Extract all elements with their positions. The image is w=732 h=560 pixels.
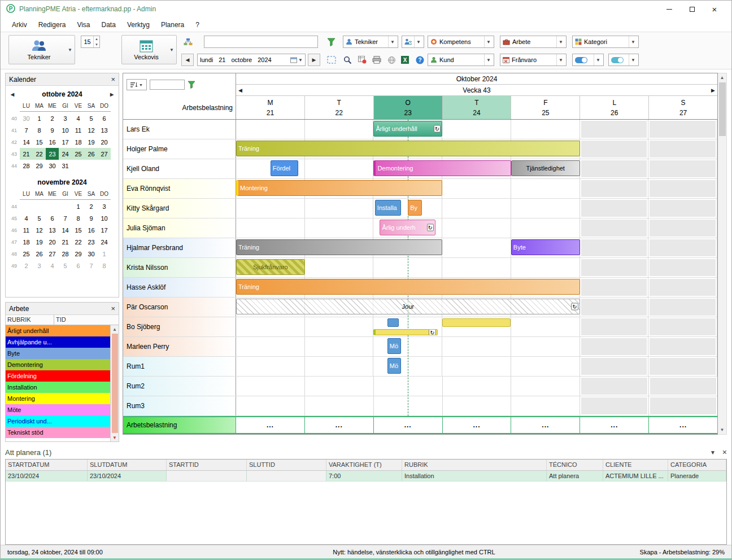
- day-cell[interactable]: [511, 317, 580, 336]
- arbete-item[interactable]: Avhjälpande u...: [6, 336, 110, 348]
- resource-name[interactable]: Holger Palme: [123, 139, 236, 159]
- day-cell[interactable]: [305, 159, 374, 178]
- calendar-day[interactable]: 30: [85, 248, 98, 260]
- day-header[interactable]: S27: [649, 96, 717, 119]
- calendar-day[interactable]: 26: [85, 148, 98, 160]
- next-month-arrow[interactable]: ▶: [108, 92, 116, 97]
- close-button[interactable]: ×: [703, 2, 726, 16]
- day-cell[interactable]: [648, 357, 717, 376]
- calendar-day[interactable]: 6: [72, 260, 85, 272]
- resource-name[interactable]: Hasse Asklöf: [123, 278, 236, 297]
- calendar-day[interactable]: 11: [20, 224, 33, 236]
- calendar-day[interactable]: 19: [33, 236, 46, 248]
- day-cell[interactable]: [511, 179, 580, 198]
- day-header[interactable]: T22: [305, 96, 374, 119]
- resource-name[interactable]: Kitty Skårgard: [123, 199, 236, 218]
- day-cell[interactable]: [236, 377, 305, 396]
- day-cell[interactable]: [442, 337, 511, 356]
- calendar-day[interactable]: 10: [59, 124, 72, 136]
- task-bar[interactable]: Träning: [236, 239, 442, 255]
- day-cell[interactable]: [648, 238, 717, 257]
- day-cell[interactable]: [580, 139, 649, 159]
- workload-cell[interactable]: ...: [236, 417, 305, 433]
- resource-name[interactable]: Marleen Perry: [123, 337, 236, 356]
- calendar-day[interactable]: 25: [20, 248, 33, 260]
- day-cell[interactable]: [580, 120, 649, 139]
- column-header[interactable]: RUBRIK: [402, 460, 547, 470]
- prev-week-arrow[interactable]: ◀: [238, 88, 242, 93]
- arbete-item[interactable]: Möte: [6, 404, 110, 415]
- resource-name[interactable]: Rum3: [123, 396, 236, 415]
- day-cell[interactable]: [305, 357, 374, 376]
- day-cell[interactable]: [511, 218, 580, 238]
- kompetens-dropdown[interactable]: Kompetens ▼: [428, 36, 494, 48]
- calendar-day[interactable]: 21: [20, 148, 33, 160]
- close-icon[interactable]: ×: [722, 448, 727, 457]
- calendar-day[interactable]: 17: [59, 136, 72, 148]
- column-header[interactable]: STARTDATUM: [6, 460, 88, 470]
- next-week-arrow[interactable]: ▶: [711, 88, 715, 93]
- day-cell[interactable]: [648, 278, 717, 297]
- day-cell[interactable]: [648, 298, 717, 317]
- day-cell[interactable]: [305, 396, 374, 415]
- day-cell[interactable]: [305, 377, 374, 396]
- planning-scrollbar[interactable]: ▲ ▼: [718, 73, 727, 435]
- workload-cell[interactable]: ...: [443, 417, 512, 433]
- calendar-day[interactable]: 5: [85, 112, 98, 124]
- day-cell[interactable]: [305, 120, 374, 139]
- scroll-up-icon[interactable]: ▲: [720, 73, 725, 82]
- day-cell[interactable]: [305, 317, 374, 336]
- kategori-dropdown[interactable]: Kategori ▼: [572, 36, 639, 48]
- calendar-day[interactable]: 28: [20, 160, 33, 172]
- calendar-day[interactable]: 25: [72, 148, 85, 160]
- workload-cell[interactable]: ...: [374, 417, 443, 433]
- calendar-day[interactable]: 13: [46, 224, 59, 236]
- calendar-day[interactable]: 8: [72, 212, 85, 224]
- task-bar[interactable]: Jour↻: [236, 299, 580, 314]
- calendar-day[interactable]: 2: [46, 112, 59, 124]
- resource-name[interactable]: Eva Rönnqvist: [123, 179, 236, 198]
- day-cell[interactable]: [442, 218, 511, 238]
- day-cell[interactable]: [648, 258, 717, 277]
- calendar-day[interactable]: 10: [98, 212, 111, 224]
- day-header[interactable]: M21: [236, 96, 305, 119]
- menu-item[interactable]: Data: [96, 19, 121, 31]
- calendar-day[interactable]: 30: [46, 160, 59, 172]
- day-cell[interactable]: [511, 199, 580, 218]
- column-header[interactable]: TÉCNICO: [547, 460, 603, 470]
- task-bar[interactable]: Träning: [236, 279, 580, 295]
- day-cell[interactable]: [236, 396, 305, 415]
- day-cell[interactable]: [443, 396, 512, 415]
- day-cell[interactable]: [648, 159, 717, 178]
- day-cell[interactable]: [580, 238, 649, 257]
- calendar-day[interactable]: 28: [59, 248, 72, 260]
- column-header[interactable]: CLIENTE: [603, 460, 668, 470]
- task-bar[interactable]: Årlig underh↻: [380, 220, 435, 235]
- day-cell[interactable]: [236, 199, 305, 218]
- selection-tool-button[interactable]: [325, 54, 338, 66]
- calendar-day[interactable]: 5: [59, 260, 72, 272]
- calendar-day[interactable]: 20: [46, 236, 59, 248]
- day-cell[interactable]: [305, 199, 374, 218]
- task-bar[interactable]: Träning: [236, 141, 580, 156]
- spinner-up-icon[interactable]: ▲: [94, 36, 99, 42]
- day-cell[interactable]: [305, 337, 374, 356]
- day-cell[interactable]: [648, 317, 717, 336]
- arbete-item[interactable]: Installation: [6, 382, 110, 393]
- web-publish-button[interactable]: [385, 54, 398, 66]
- day-cell[interactable]: [648, 120, 717, 139]
- rubrik-column-header[interactable]: RUBRIK: [6, 315, 54, 325]
- day-cell[interactable]: [511, 377, 580, 396]
- maximize-button[interactable]: [681, 2, 703, 16]
- calendar-day[interactable]: 12: [33, 224, 46, 236]
- task-bar[interactable]: Byte: [511, 239, 580, 255]
- task-bar[interactable]: Sjukfrånvaro: [236, 259, 305, 275]
- arbete-item[interactable]: Montering: [6, 393, 110, 404]
- calendar-day[interactable]: 23: [85, 236, 98, 248]
- day-cell[interactable]: [511, 337, 580, 356]
- toggle-view-dropdown[interactable]: ▼: [572, 54, 604, 66]
- calendar-day[interactable]: 29: [72, 248, 85, 260]
- task-bar[interactable]: Montering: [236, 180, 442, 196]
- calendar-day[interactable]: 11: [72, 124, 85, 136]
- tekniker-dropdown[interactable]: Tekniker ▼: [343, 36, 398, 48]
